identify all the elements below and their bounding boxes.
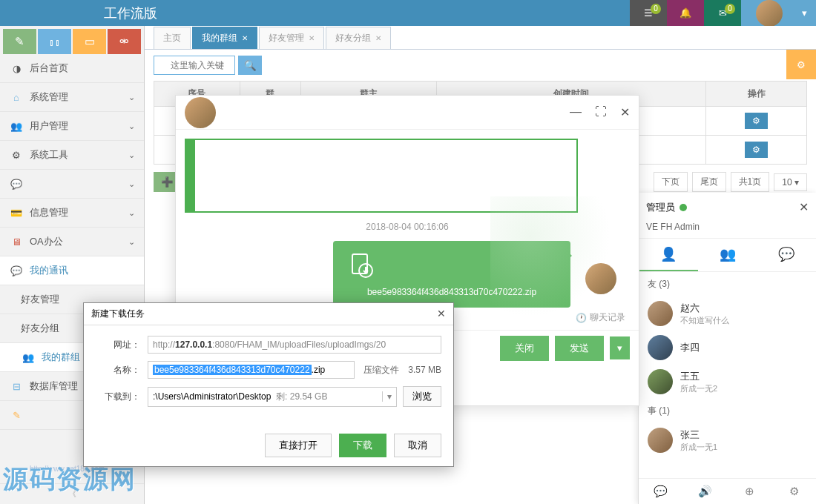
contact-item[interactable]: 张三所成一无1: [639, 423, 816, 457]
chevron-down-icon[interactable]: ▾: [382, 391, 392, 402]
chat-icon: 💬: [9, 179, 24, 190]
close-icon[interactable]: ✕: [309, 34, 315, 42]
browse-button[interactable]: 浏览: [403, 386, 441, 407]
chat-icon: 💬: [9, 265, 24, 276]
toolbar-share-button[interactable]: ⚮: [108, 29, 141, 54]
contact-item[interactable]: 赵六不知道写什么: [639, 296, 816, 331]
dest-input[interactable]: :\Users\Administrator\Desktop 剩: 29.54 G…: [148, 387, 397, 407]
search-icon: 🔍: [244, 60, 257, 71]
close-icon[interactable]: ✕: [375, 34, 381, 42]
toolbar-folder-button[interactable]: ▭: [73, 29, 106, 54]
close-icon[interactable]: ✕: [437, 308, 446, 320]
chat-timestamp: 2018-08-04 00:16:06: [185, 222, 630, 232]
chevron-down-icon: ⌄: [128, 93, 135, 102]
contacts-subtitle: VE FH Admin: [639, 222, 816, 238]
download-dialog: 新建下载任务 ✕ 网址： http://127.0.0.1:8080/FHAM_…: [83, 302, 454, 467]
close-icon[interactable]: ✕: [799, 200, 809, 214]
chat-input-box[interactable]: [185, 139, 578, 213]
open-directly-button[interactable]: 直接打开: [265, 434, 332, 457]
contacts-tab-groups[interactable]: 👥: [698, 239, 757, 271]
chat-history-link[interactable]: 🕐聊天记录: [576, 311, 625, 324]
home-icon: ⌂: [9, 92, 24, 103]
online-status-icon: [680, 204, 687, 211]
header-user-menu[interactable]: ▾: [741, 0, 816, 26]
nav-chat[interactable]: 💬⌄: [0, 170, 144, 199]
pager-last[interactable]: 尾页: [692, 172, 726, 192]
contacts-tab-friends[interactable]: 👤: [639, 239, 698, 271]
avatar-icon: [648, 301, 673, 326]
contacts-group-friends[interactable]: 友 (3): [639, 272, 816, 296]
person-icon: 👤: [660, 247, 677, 262]
nav-info-mgmt[interactable]: 💳信息管理⌄: [0, 199, 144, 228]
pencil-icon: ✎: [9, 410, 24, 421]
pager-size[interactable]: 10 ▾: [774, 173, 807, 191]
th-action: 操作: [706, 82, 807, 107]
toolbar-stats-button[interactable]: ⫾⫾: [38, 29, 71, 54]
chevron-down-icon: ▾: [802, 7, 807, 19]
chat-close-button[interactable]: 关闭: [500, 336, 549, 361]
chevron-down-icon: ⌄: [128, 237, 135, 247]
contacts-title: 管理员: [646, 201, 675, 214]
name-label: 名称：: [96, 364, 140, 377]
nav-system-tools[interactable]: ⚙系统工具⌄: [0, 141, 144, 170]
settings-button[interactable]: ⚙: [786, 50, 816, 79]
maximize-icon[interactable]: ⛶: [595, 105, 607, 119]
contacts-group-colleagues[interactable]: 事 (1): [639, 399, 816, 423]
chat-icon: 💬: [778, 247, 794, 262]
app-title: 工作流版: [0, 4, 157, 22]
close-icon[interactable]: ✕: [242, 34, 248, 42]
cancel-button[interactable]: 取消: [394, 434, 441, 457]
pager-total: 共1页: [731, 172, 770, 192]
gear-icon: ⚙: [797, 59, 806, 70]
name-input[interactable]: bee5e983364f436d843313d70c470222.zip: [148, 361, 355, 379]
chat-avatar-icon: [185, 97, 216, 128]
chevron-down-icon: ⌄: [128, 122, 135, 131]
people-icon: 👥: [720, 247, 736, 262]
url-label: 网址：: [96, 339, 140, 351]
tab-home[interactable]: 主页: [154, 27, 191, 49]
footer-sound-icon[interactable]: 🔊: [683, 479, 728, 504]
tab-friend-mgmt[interactable]: 好友管理✕: [259, 27, 324, 49]
close-icon[interactable]: ✕: [620, 105, 630, 119]
contact-item[interactable]: 李四: [639, 331, 816, 365]
url-input[interactable]: http://127.0.0.1:8080/FHAM_IM/uploadFile…: [148, 336, 441, 354]
dest-label: 下载到：: [96, 391, 140, 403]
search-input[interactable]: [154, 56, 235, 75]
minimize-icon[interactable]: —: [570, 105, 582, 119]
nav-oa[interactable]: 🖥OA办公⌄: [0, 228, 144, 256]
nav-my-comm[interactable]: 💬我的通讯: [0, 256, 144, 285]
header-mail-button[interactable]: ✉0: [704, 0, 741, 26]
sender-avatar-icon: [585, 263, 616, 294]
row-settings-button[interactable]: ⚙: [745, 113, 768, 129]
dashboard-icon: ◑: [9, 63, 24, 74]
row-settings-button[interactable]: ⚙: [745, 142, 768, 158]
tab-my-groups[interactable]: 我的群组✕: [192, 27, 257, 49]
contacts-tab-chat[interactable]: 💬: [757, 239, 816, 271]
nav-system-mgmt[interactable]: ⌂系统管理⌄: [0, 83, 144, 112]
toolbar-edit-button[interactable]: ✎: [3, 29, 36, 54]
footer-add-icon[interactable]: ⊕: [728, 479, 772, 504]
tab-friend-groups[interactable]: 好友分组✕: [326, 27, 391, 49]
clock-icon: 🕐: [576, 313, 587, 323]
footer-settings-icon[interactable]: ⚙: [771, 479, 816, 504]
nav-user-mgmt[interactable]: 👥用户管理⌄: [0, 112, 144, 141]
pager-next[interactable]: 下页: [654, 172, 688, 192]
header-bell-button[interactable]: 🔔: [667, 0, 704, 26]
card-icon: 💳: [9, 208, 24, 219]
laptop-icon: 🖥: [9, 236, 24, 248]
footer-chat-icon[interactable]: 💬: [639, 479, 683, 504]
file-message[interactable]: bee5e983364f436d843313d70c470222.zip: [333, 241, 570, 308]
chevron-down-icon: ⌄: [128, 150, 135, 160]
contacts-panel: 管理员 ✕ VE FH Admin 👤 👥 💬 友 (3) 赵六不知道写什么 李…: [638, 193, 816, 504]
download-button[interactable]: 下载: [339, 434, 386, 457]
search-button[interactable]: 🔍: [238, 56, 262, 75]
watermark: 源码资源网: [3, 462, 136, 497]
chevron-down-icon: ⌄: [128, 208, 135, 218]
group-icon: 👥: [21, 352, 36, 363]
nav-home[interactable]: ◑后台首页: [0, 54, 144, 83]
contact-item[interactable]: 王五所成一无2: [639, 365, 816, 399]
chat-send-dropdown[interactable]: ▾: [610, 336, 630, 359]
avatar-icon: [648, 335, 673, 360]
header-tasks-button[interactable]: ☰0: [630, 0, 667, 26]
chat-send-button[interactable]: 发送: [555, 336, 604, 361]
